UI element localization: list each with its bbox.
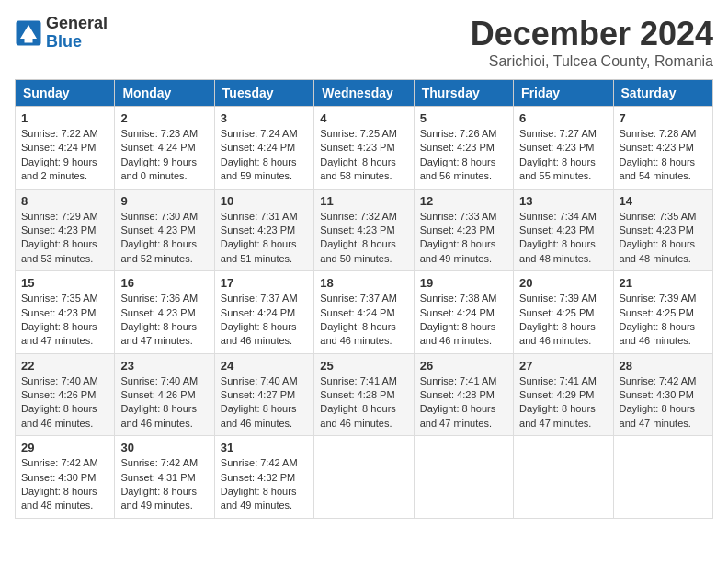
table-row: 30Sunrise: 7:42 AMSunset: 4:31 PMDayligh…	[115, 436, 214, 519]
table-row	[514, 436, 613, 519]
day-info: Sunrise: 7:25 AMSunset: 4:23 PMDaylight:…	[320, 127, 407, 184]
day-info: Sunrise: 7:35 AMSunset: 4:23 PMDaylight:…	[21, 292, 108, 349]
table-row: 13Sunrise: 7:34 AMSunset: 4:23 PMDayligh…	[514, 189, 613, 271]
day-number: 21	[620, 276, 707, 290]
table-row: 19Sunrise: 7:38 AMSunset: 4:24 PMDayligh…	[414, 271, 513, 354]
day-number: 8	[21, 194, 108, 208]
day-number: 2	[120, 111, 208, 125]
table-row: 9Sunrise: 7:30 AMSunset: 4:23 PMDaylight…	[115, 189, 214, 271]
day-number: 7	[620, 111, 707, 125]
day-number: 1	[21, 111, 108, 125]
month-title: December 2024	[471, 15, 713, 53]
day-number: 3	[221, 111, 308, 125]
day-number: 11	[320, 194, 407, 208]
day-number: 30	[120, 441, 208, 454]
day-info: Sunrise: 7:31 AMSunset: 4:23 PMDaylight:…	[221, 210, 308, 267]
day-info: Sunrise: 7:42 AMSunset: 4:30 PMDaylight:…	[620, 374, 707, 431]
day-number: 25	[320, 359, 407, 373]
table-row: 1Sunrise: 7:22 AMSunset: 4:24 PMDaylight…	[16, 107, 115, 190]
day-number: 4	[320, 111, 407, 125]
day-info: Sunrise: 7:39 AMSunset: 4:25 PMDaylight:…	[620, 292, 707, 349]
day-info: Sunrise: 7:35 AMSunset: 4:23 PMDaylight:…	[620, 210, 707, 267]
table-row: 24Sunrise: 7:40 AMSunset: 4:27 PMDayligh…	[214, 353, 313, 436]
table-row: 22Sunrise: 7:40 AMSunset: 4:26 PMDayligh…	[16, 353, 115, 436]
calendar-week-row: 8Sunrise: 7:29 AMSunset: 4:23 PMDaylight…	[16, 189, 713, 271]
table-row: 31Sunrise: 7:42 AMSunset: 4:32 PMDayligh…	[214, 436, 313, 519]
day-number: 26	[420, 359, 507, 373]
logo-icon	[15, 19, 42, 47]
day-info: Sunrise: 7:30 AMSunset: 4:23 PMDaylight:…	[120, 210, 208, 267]
day-number: 20	[519, 276, 607, 290]
table-row: 17Sunrise: 7:37 AMSunset: 4:24 PMDayligh…	[214, 271, 313, 354]
day-info: Sunrise: 7:41 AMSunset: 4:29 PMDaylight:…	[519, 374, 607, 431]
table-row: 11Sunrise: 7:32 AMSunset: 4:23 PMDayligh…	[314, 189, 414, 271]
day-info: Sunrise: 7:37 AMSunset: 4:24 PMDaylight:…	[320, 292, 407, 349]
day-number: 27	[519, 359, 607, 373]
logo: General Blue	[15, 15, 108, 52]
table-row: 26Sunrise: 7:41 AMSunset: 4:28 PMDayligh…	[414, 353, 513, 436]
table-row: 2Sunrise: 7:23 AMSunset: 4:24 PMDaylight…	[115, 107, 214, 190]
day-number: 18	[320, 276, 407, 290]
day-number: 10	[221, 194, 308, 208]
day-info: Sunrise: 7:23 AMSunset: 4:24 PMDaylight:…	[120, 127, 208, 184]
table-row: 25Sunrise: 7:41 AMSunset: 4:28 PMDayligh…	[314, 353, 414, 436]
day-info: Sunrise: 7:40 AMSunset: 4:26 PMDaylight:…	[120, 374, 208, 431]
day-number: 23	[120, 359, 208, 373]
day-info: Sunrise: 7:29 AMSunset: 4:23 PMDaylight:…	[21, 210, 108, 267]
title-block: December 2024 Sarichioi, Tulcea County, …	[471, 15, 713, 70]
day-info: Sunrise: 7:28 AMSunset: 4:23 PMDaylight:…	[620, 127, 707, 184]
day-number: 17	[221, 276, 308, 290]
header-monday: Monday	[115, 80, 214, 107]
header-wednesday: Wednesday	[314, 80, 414, 107]
day-number: 12	[420, 194, 507, 208]
day-info: Sunrise: 7:34 AMSunset: 4:23 PMDaylight:…	[519, 210, 607, 267]
table-row: 7Sunrise: 7:28 AMSunset: 4:23 PMDaylight…	[613, 107, 712, 190]
day-number: 29	[21, 441, 108, 454]
day-number: 28	[620, 359, 707, 373]
day-info: Sunrise: 7:37 AMSunset: 4:24 PMDaylight:…	[221, 292, 308, 349]
table-row: 29Sunrise: 7:42 AMSunset: 4:30 PMDayligh…	[16, 436, 115, 519]
table-row	[613, 436, 712, 519]
logo-text: General Blue	[46, 15, 108, 52]
day-number: 24	[221, 359, 308, 373]
calendar-week-row: 29Sunrise: 7:42 AMSunset: 4:30 PMDayligh…	[16, 436, 713, 519]
table-row: 5Sunrise: 7:26 AMSunset: 4:23 PMDaylight…	[414, 107, 513, 190]
day-info: Sunrise: 7:22 AMSunset: 4:24 PMDaylight:…	[21, 127, 108, 184]
table-row: 10Sunrise: 7:31 AMSunset: 4:23 PMDayligh…	[214, 189, 313, 271]
day-number: 31	[221, 441, 308, 454]
calendar-week-row: 1Sunrise: 7:22 AMSunset: 4:24 PMDaylight…	[16, 107, 713, 190]
day-number: 14	[620, 194, 707, 208]
calendar-table: Sunday Monday Tuesday Wednesday Thursday…	[15, 79, 713, 519]
calendar-week-row: 22Sunrise: 7:40 AMSunset: 4:26 PMDayligh…	[16, 353, 713, 436]
day-info: Sunrise: 7:41 AMSunset: 4:28 PMDaylight:…	[320, 374, 407, 431]
day-info: Sunrise: 7:36 AMSunset: 4:23 PMDaylight:…	[120, 292, 208, 349]
table-row: 3Sunrise: 7:24 AMSunset: 4:24 PMDaylight…	[214, 107, 313, 190]
table-row: 27Sunrise: 7:41 AMSunset: 4:29 PMDayligh…	[514, 353, 613, 436]
day-info: Sunrise: 7:24 AMSunset: 4:24 PMDaylight:…	[221, 127, 308, 184]
day-number: 9	[120, 194, 208, 208]
day-number: 5	[420, 111, 507, 125]
header-thursday: Thursday	[414, 80, 513, 107]
day-info: Sunrise: 7:40 AMSunset: 4:26 PMDaylight:…	[21, 374, 108, 431]
table-row: 8Sunrise: 7:29 AMSunset: 4:23 PMDaylight…	[16, 189, 115, 271]
page-header: General Blue December 2024 Sarichioi, Tu…	[15, 15, 713, 70]
calendar-header-row: Sunday Monday Tuesday Wednesday Thursday…	[16, 80, 713, 107]
location-title: Sarichioi, Tulcea County, Romania	[471, 53, 713, 70]
header-friday: Friday	[514, 80, 613, 107]
header-saturday: Saturday	[613, 80, 712, 107]
header-tuesday: Tuesday	[214, 80, 313, 107]
day-info: Sunrise: 7:41 AMSunset: 4:28 PMDaylight:…	[420, 374, 507, 431]
day-info: Sunrise: 7:42 AMSunset: 4:30 PMDaylight:…	[21, 456, 108, 513]
logo-blue: Blue	[46, 33, 108, 52]
table-row	[314, 436, 414, 519]
table-row: 16Sunrise: 7:36 AMSunset: 4:23 PMDayligh…	[115, 271, 214, 354]
table-row: 23Sunrise: 7:40 AMSunset: 4:26 PMDayligh…	[115, 353, 214, 436]
svg-rect-2	[25, 39, 33, 43]
logo-general: General	[46, 15, 108, 33]
table-row: 6Sunrise: 7:27 AMSunset: 4:23 PMDaylight…	[514, 107, 613, 190]
day-info: Sunrise: 7:39 AMSunset: 4:25 PMDaylight:…	[519, 292, 607, 349]
day-info: Sunrise: 7:26 AMSunset: 4:23 PMDaylight:…	[420, 127, 507, 184]
day-number: 22	[21, 359, 108, 373]
table-row: 14Sunrise: 7:35 AMSunset: 4:23 PMDayligh…	[613, 189, 712, 271]
day-number: 6	[519, 111, 607, 125]
